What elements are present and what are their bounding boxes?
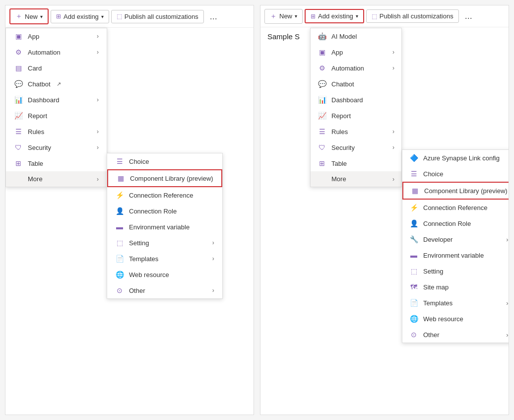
rsub-azure[interactable]: 🔷 Azure Synapse Link config bbox=[402, 150, 509, 166]
more-submenu-left: ☰ Choice ▦ Component Library (preview) ⚡… bbox=[107, 153, 223, 299]
sub-item-connection-ref-left[interactable]: ⚡ Connection Reference bbox=[107, 187, 222, 203]
rsub-env-var[interactable]: ▬ Environment variable bbox=[402, 247, 509, 263]
env-var-icon: ▬ bbox=[115, 223, 124, 231]
developer-icon: 🔧 bbox=[409, 235, 418, 243]
external-icon: ↗ bbox=[57, 81, 61, 87]
other-icon: ⊙ bbox=[115, 286, 124, 294]
chevron-right-icon: › bbox=[212, 287, 214, 294]
ae-item-chatbot[interactable]: 💬 Chatbot bbox=[311, 76, 401, 92]
ae-item-dashboard[interactable]: 📊 Dashboard bbox=[311, 92, 401, 108]
chevron-right-icon: › bbox=[97, 33, 99, 40]
rsub-choice[interactable]: ☰ Choice bbox=[402, 166, 509, 182]
rsub-item-label: Site map bbox=[423, 283, 449, 291]
publish-label-right: Publish all customizations bbox=[380, 12, 453, 20]
rsub-connection-role[interactable]: 👤 Connection Role bbox=[402, 215, 509, 231]
sub-item-label: Templates bbox=[129, 255, 158, 263]
menu-item-report-left[interactable]: 📈 Report bbox=[6, 108, 107, 124]
menu-item-security-left[interactable]: 🛡 Security › bbox=[6, 140, 107, 155]
menu-item-dashboard-left[interactable]: 📊 Dashboard › bbox=[6, 92, 107, 108]
menu-item-card-left[interactable]: ▤ Card bbox=[6, 60, 107, 76]
card-icon: ▤ bbox=[14, 64, 23, 72]
ae-item-rules[interactable]: ☰ Rules › bbox=[311, 124, 401, 140]
ae-item-automation[interactable]: ⚙ Automation › bbox=[311, 60, 401, 76]
rsub-item-label: Azure Synapse Link config bbox=[423, 154, 500, 162]
sub-item-web-resource-left[interactable]: 🌐 Web resource bbox=[107, 267, 222, 282]
ae-item-label: Automation bbox=[331, 65, 364, 72]
app-icon-right: ▣ bbox=[318, 48, 326, 56]
menu-item-chatbot-left[interactable]: 💬 Chatbot ↗ bbox=[6, 76, 107, 92]
chevron-right-icon: › bbox=[506, 299, 508, 307]
rsub-sitemap[interactable]: 🗺 Site map bbox=[402, 279, 509, 295]
ae-item-report[interactable]: 📈 Report bbox=[311, 108, 401, 124]
publish-icon: ⬚ bbox=[117, 13, 122, 20]
add-existing-label: Add existing bbox=[64, 13, 99, 20]
sub-item-setting-left[interactable]: ⬚ Setting › bbox=[107, 235, 222, 251]
chevron-right-icon: › bbox=[392, 65, 394, 71]
ae-item-label: Chatbot bbox=[331, 80, 354, 88]
add-existing-button-right[interactable]: ⊞ Add existing ▾ bbox=[305, 9, 364, 23]
menu-item-more-left[interactable]: More › bbox=[6, 171, 107, 187]
publish-button-right[interactable]: ⬚ Publish all customizations bbox=[366, 9, 459, 23]
more-button-left[interactable]: ... bbox=[206, 9, 221, 24]
ae-item-more[interactable]: More › bbox=[311, 171, 401, 187]
new-label-right: New bbox=[279, 12, 292, 20]
plus-icon-right: ＋ bbox=[270, 12, 277, 21]
more-button-right[interactable]: ... bbox=[461, 8, 476, 24]
rsub-component[interactable]: ▦ Component Library (preview) bbox=[402, 182, 509, 200]
ae-item-label: Report bbox=[331, 112, 351, 120]
rsub-developer[interactable]: 🔧 Developer › bbox=[402, 231, 509, 247]
ae-item-app[interactable]: ▣ App › bbox=[311, 44, 401, 60]
sitemap-icon: 🗺 bbox=[409, 283, 418, 291]
component-icon-right: ▦ bbox=[410, 187, 419, 195]
more-ellipsis-right: ... bbox=[465, 11, 472, 21]
dashboard-icon: 📊 bbox=[14, 96, 23, 104]
automation-icon: ⚙ bbox=[14, 48, 23, 56]
chevron-down-icon-2: ▾ bbox=[101, 14, 104, 19]
rsub-other[interactable]: ⊙ Other › bbox=[402, 327, 509, 343]
new-label: New bbox=[25, 13, 38, 20]
ae-item-security[interactable]: 🛡 Security › bbox=[311, 140, 401, 155]
sub-item-label: Setting bbox=[129, 239, 149, 247]
menu-item-rules-left[interactable]: ☰ Rules › bbox=[6, 124, 107, 140]
env-var-icon-right: ▬ bbox=[409, 251, 418, 259]
rsub-web-resource[interactable]: 🌐 Web resource bbox=[402, 311, 509, 327]
left-panel: ＋ New ▾ ⊞ Add existing ▾ ⬚ Publish all c… bbox=[5, 5, 254, 415]
menu-item-table-left[interactable]: ⊞ Table bbox=[6, 155, 107, 171]
rsub-templates[interactable]: 📄 Templates › bbox=[402, 295, 509, 311]
menu-item-app-left[interactable]: ▣ App › bbox=[6, 28, 107, 44]
sub-item-component-left[interactable]: ▦ Component Library (preview) bbox=[107, 169, 222, 187]
menu-item-automation-left[interactable]: ⚙ Automation › bbox=[6, 44, 107, 60]
ae-item-ai-model[interactable]: 🤖 AI Model bbox=[311, 28, 401, 44]
new-button-left[interactable]: ＋ New ▾ bbox=[9, 8, 49, 24]
sub-item-env-var-left[interactable]: ▬ Environment variable bbox=[107, 219, 222, 235]
plus-icon: ＋ bbox=[15, 12, 22, 21]
chevron-right-icon: › bbox=[506, 236, 508, 243]
ae-item-label: Rules bbox=[331, 128, 348, 136]
new-button-right[interactable]: ＋ New ▾ bbox=[264, 9, 303, 24]
table-icon: ⊞ bbox=[14, 159, 23, 167]
rules-icon: ☰ bbox=[14, 128, 23, 136]
sub-item-connection-role-left[interactable]: 👤 Connection Role bbox=[107, 203, 222, 219]
chevron-right-icon: › bbox=[506, 331, 508, 339]
sub-item-label: Choice bbox=[129, 158, 149, 165]
rsub-connection-ref[interactable]: ⚡ Connection Reference bbox=[402, 200, 509, 215]
report-icon-right: 📈 bbox=[318, 112, 326, 120]
new-dropdown-left: ▣ App › ⚙ Automation › ▤ Card 💬 Chatbot … bbox=[5, 28, 107, 187]
choice-icon-right: ☰ bbox=[409, 170, 418, 178]
rsub-setting[interactable]: ⬚ Setting bbox=[402, 263, 509, 279]
publish-button-left[interactable]: ⬚ Publish all customizations bbox=[111, 10, 204, 23]
templates-icon: 📄 bbox=[115, 255, 124, 263]
sub-item-choice-left[interactable]: ☰ Choice bbox=[107, 153, 222, 169]
choice-icon: ☰ bbox=[115, 157, 124, 165]
chevron-right-icon: › bbox=[392, 176, 394, 183]
left-toolbar: ＋ New ▾ ⊞ Add existing ▾ ⬚ Publish all c… bbox=[5, 5, 254, 28]
menu-item-label: Security bbox=[28, 144, 51, 151]
ae-item-table[interactable]: ⊞ Table bbox=[311, 155, 401, 171]
sub-item-templates-left[interactable]: 📄 Templates › bbox=[107, 251, 222, 267]
setting-icon: ⬚ bbox=[115, 239, 124, 247]
sub-item-other-left[interactable]: ⊙ Other › bbox=[107, 282, 222, 298]
add-existing-button-left[interactable]: ⊞ Add existing ▾ bbox=[51, 10, 109, 23]
chevron-right-icon: › bbox=[392, 128, 394, 135]
add-existing-icon: ⊞ bbox=[56, 13, 61, 20]
sub-item-label: Connection Reference bbox=[129, 192, 193, 199]
